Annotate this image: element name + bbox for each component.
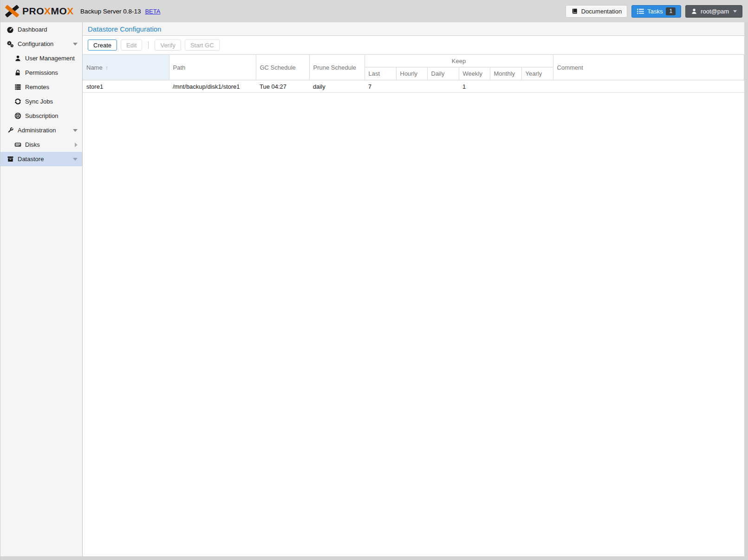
tasks-button[interactable]: Tasks 1	[631, 5, 681, 18]
horizontal-scrollbar[interactable]	[0, 556, 748, 560]
create-button[interactable]: Create	[88, 39, 117, 51]
sync-icon	[13, 98, 22, 105]
sidebar-item-configuration[interactable]: Configuration	[0, 37, 82, 51]
column-group-keep: Keep	[364, 55, 553, 67]
sidebar-item-user-management[interactable]: User Management	[0, 51, 82, 65]
sidebar-item-sync-jobs[interactable]: Sync Jobs	[0, 94, 82, 109]
sort-ascending-icon: ↑	[105, 64, 109, 71]
cell-keep-monthly[interactable]	[490, 80, 521, 93]
tasks-label: Tasks	[647, 8, 663, 15]
column-header-gc-schedule[interactable]: GC Schedule	[256, 55, 309, 80]
body-layout: Dashboard	[0, 22, 748, 556]
chevron-down-icon	[73, 129, 78, 132]
datastore-table: Name↑ Path GC Schedule Prune Schedule Ke…	[83, 54, 744, 93]
app-window: PROXMOX Backup Server 0.8-13 BETA Docume…	[0, 0, 748, 560]
cell-keep-weekly[interactable]: 1	[459, 80, 490, 93]
sidebar-item-remotes[interactable]: Remotes	[0, 80, 82, 94]
chevron-down-icon	[73, 43, 78, 46]
cell-keep-yearly[interactable]	[521, 80, 553, 93]
hard-drive-icon	[13, 141, 22, 149]
column-header-keep-weekly[interactable]: Weekly	[459, 67, 490, 80]
column-header-keep-monthly[interactable]: Monthly	[490, 67, 521, 80]
cell-comment[interactable]	[553, 80, 744, 93]
toolbar-separator	[148, 41, 149, 49]
cogs-icon	[6, 40, 14, 48]
column-header-keep-yearly[interactable]: Yearly	[521, 67, 553, 80]
wrench-icon	[6, 127, 14, 134]
toolbar: Create Edit Verify Start GC	[83, 36, 744, 54]
main-panel: Datastore Configuration Create Edit Veri…	[83, 22, 748, 556]
cell-path[interactable]: /mnt/backup/disk1/store1	[169, 80, 256, 93]
sidebar-item-disks[interactable]: Disks	[0, 137, 82, 152]
start-gc-button[interactable]: Start GC	[185, 39, 220, 51]
proxmox-logo: PROXMOX	[5, 5, 74, 18]
topbar: PROXMOX Backup Server 0.8-13 BETA Docume…	[0, 0, 748, 22]
chevron-right-icon	[75, 143, 78, 147]
verify-button[interactable]: Verify	[155, 39, 181, 51]
cell-keep-daily[interactable]	[427, 80, 459, 93]
documentation-button[interactable]: Documentation	[566, 5, 627, 18]
user-menu-button[interactable]: root@pam	[685, 5, 742, 18]
proxmox-x-logo-icon	[5, 5, 19, 18]
sidebar-item-administration[interactable]: Administration	[0, 123, 82, 137]
sidebar-item-subscription[interactable]: Subscription	[0, 109, 82, 123]
main-titlebar: Datastore Configuration	[83, 22, 744, 36]
cell-keep-hourly[interactable]	[396, 80, 427, 93]
column-header-keep-daily[interactable]: Daily	[427, 67, 459, 80]
list-icon	[637, 8, 644, 14]
sidebar-item-permissions[interactable]: Permissions	[0, 65, 82, 80]
cell-gc-schedule[interactable]: Tue 04:27	[256, 80, 309, 93]
product-name: Backup Server 0.8-13	[80, 8, 141, 15]
cell-keep-last[interactable]: 7	[364, 80, 396, 93]
sidebar-item-datastore[interactable]: Datastore	[0, 152, 82, 166]
chevron-down-icon	[73, 158, 78, 161]
user-icon	[691, 8, 697, 14]
column-header-comment[interactable]: Comment	[553, 55, 744, 80]
documentation-label: Documentation	[581, 8, 622, 15]
user-label: root@pam	[701, 8, 729, 15]
column-header-prune-schedule[interactable]: Prune Schedule	[309, 55, 364, 80]
cell-name[interactable]: store1	[83, 80, 169, 93]
column-header-keep-last[interactable]: Last	[364, 67, 396, 80]
column-header-name[interactable]: Name↑	[83, 55, 169, 80]
table-row[interactable]: store1 /mnt/backup/disk1/store1 Tue 04:2…	[83, 80, 744, 93]
user-icon	[13, 55, 22, 62]
book-icon	[571, 8, 578, 15]
page-title: Datastore Configuration	[88, 25, 161, 33]
beta-link[interactable]: BETA	[145, 8, 160, 15]
column-header-path[interactable]: Path	[169, 55, 256, 80]
edit-button[interactable]: Edit	[121, 39, 142, 51]
sidebar: Dashboard	[0, 22, 83, 556]
chevron-down-icon	[733, 10, 737, 13]
unlock-icon	[13, 69, 22, 77]
vertical-scrollbar[interactable]	[744, 22, 748, 556]
archive-box-icon	[6, 156, 14, 163]
server-icon	[13, 84, 22, 91]
life-ring-icon	[13, 112, 22, 120]
tasks-count-badge: 1	[666, 7, 676, 15]
proxmox-wordmark: PROXMOX	[22, 6, 74, 17]
dashboard-icon	[6, 26, 14, 33]
sidebar-item-dashboard[interactable]: Dashboard	[0, 22, 82, 37]
cell-prune-schedule[interactable]: daily	[309, 80, 364, 93]
column-header-keep-hourly[interactable]: Hourly	[396, 67, 427, 80]
